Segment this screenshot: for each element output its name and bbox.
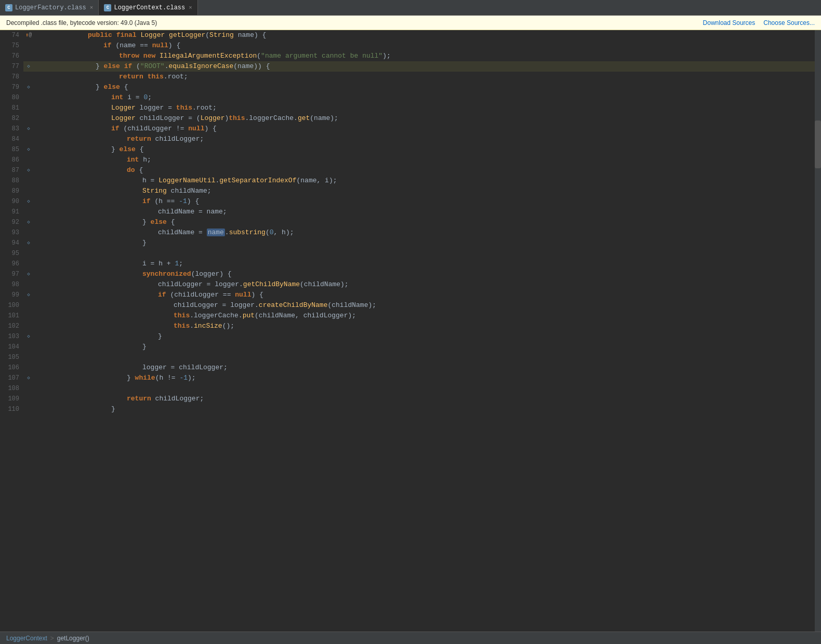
- line-gutter: [23, 279, 34, 290]
- line-number: 105: [0, 352, 23, 363]
- editor-area: 74 ⬆@ public final Logger getLogger(Stri…: [0, 30, 821, 632]
- table-row: 98 childLogger = logger.getChildByName(c…: [0, 279, 821, 290]
- breadcrumb-separator: >: [50, 635, 54, 642]
- notice-bar: Decompiled .class file, bytecode version…: [0, 16, 821, 30]
- table-row: 93 childName = name.substring(0, h);: [0, 227, 821, 238]
- table-row: 76 throw new IllegalArgumentException("n…: [0, 51, 821, 61]
- choose-sources-link[interactable]: Choose Sources...: [763, 19, 815, 26]
- line-gutter: [23, 321, 34, 331]
- breadcrumb-class[interactable]: LoggerContext: [6, 635, 47, 642]
- table-row: 79 ◇ } else {: [0, 82, 821, 92]
- line-code: childName = name;: [34, 207, 821, 217]
- line-gutter: [23, 363, 34, 373]
- download-sources-link[interactable]: Download Sources: [703, 19, 756, 26]
- line-gutter: [23, 186, 34, 196]
- code-content[interactable]: 74 ⬆@ public final Logger getLogger(Stri…: [0, 30, 821, 632]
- line-number: 79: [0, 82, 23, 92]
- line-code: String childName;: [34, 186, 821, 196]
- line-number: 101: [0, 311, 23, 321]
- table-row: 89 String childName;: [0, 186, 821, 196]
- line-number: 88: [0, 176, 23, 186]
- gutter-icon: ◇: [27, 124, 30, 134]
- line-code: logger = childLogger;: [34, 363, 821, 373]
- line-number: 91: [0, 207, 23, 217]
- scrollbar-thumb[interactable]: [815, 120, 821, 169]
- line-gutter: [23, 113, 34, 124]
- line-code: synchronized(logger) {: [34, 269, 821, 279]
- line-number: 104: [0, 342, 23, 352]
- line-gutter: ◇: [23, 165, 34, 176]
- line-gutter: [23, 394, 34, 404]
- line-code: [34, 383, 821, 394]
- line-gutter: [23, 383, 34, 394]
- line-gutter: [23, 311, 34, 321]
- line-gutter: ◇: [23, 217, 34, 227]
- line-code: Logger childLogger = (Logger)this.logger…: [34, 113, 821, 124]
- gutter-icon: ◇: [27, 238, 30, 248]
- table-row: 84 return childLogger;: [0, 134, 821, 144]
- breadcrumb-method: getLogger(): [57, 635, 89, 642]
- line-code: } else {: [34, 144, 821, 155]
- line-code: do {: [34, 165, 821, 176]
- line-code: } else if ("ROOT".equalsIgnoreCase(name)…: [34, 61, 821, 72]
- line-number: 86: [0, 155, 23, 165]
- at-icon: @: [29, 30, 32, 41]
- line-number: 106: [0, 363, 23, 373]
- table-row: 77 ◇ } else if ("ROOT".equalsIgnoreCase(…: [0, 61, 821, 72]
- table-row: 74 ⬆@ public final Logger getLogger(Stri…: [0, 30, 821, 41]
- line-code: childLogger = logger.createChildByName(c…: [34, 300, 821, 311]
- line-code: Logger logger = this.root;: [34, 103, 821, 113]
- gutter-icon: ◇: [27, 269, 30, 279]
- line-code: i = h + 1;: [34, 259, 821, 269]
- line-gutter: ◇: [23, 238, 34, 248]
- close-tab-factory[interactable]: ×: [90, 5, 94, 11]
- line-number: 80: [0, 92, 23, 103]
- tab-bar: C LoggerFactory.class × C LoggerContext.…: [0, 0, 821, 16]
- bookmark-icon: ⬆: [25, 30, 29, 41]
- line-code: int h;: [34, 155, 821, 165]
- line-code: childName = name.substring(0, h);: [34, 227, 821, 238]
- line-gutter: ◇: [23, 373, 34, 383]
- table-row: 85 ◇ } else {: [0, 144, 821, 155]
- line-code: return this.root;: [34, 72, 821, 82]
- scrollbar-vertical[interactable]: [815, 30, 821, 632]
- line-gutter: [23, 92, 34, 103]
- gutter-icon: ◇: [27, 61, 30, 72]
- tab-logger-factory[interactable]: C LoggerFactory.class ×: [0, 0, 99, 15]
- line-number: 97: [0, 269, 23, 279]
- line-gutter: [23, 404, 34, 414]
- line-gutter: [23, 259, 34, 269]
- table-row: 86 int h;: [0, 155, 821, 165]
- notice-text: Decompiled .class file, bytecode version…: [6, 19, 157, 26]
- line-number: 78: [0, 72, 23, 82]
- table-row: 102 this.incSize();: [0, 321, 821, 331]
- gutter-icon: ◇: [27, 331, 30, 342]
- line-gutter: ◇: [23, 331, 34, 342]
- line-number: 100: [0, 300, 23, 311]
- close-tab-context[interactable]: ×: [189, 5, 192, 11]
- line-code: childLogger = logger.getChildByName(chil…: [34, 279, 821, 290]
- table-row: 90 ◇ if (h == -1) {: [0, 196, 821, 207]
- table-row: 105: [0, 352, 821, 363]
- line-gutter: [23, 72, 34, 82]
- line-number: 85: [0, 144, 23, 155]
- line-number: 109: [0, 394, 23, 404]
- table-row: 81 Logger logger = this.root;: [0, 103, 821, 113]
- gutter-icon: ◇: [27, 144, 30, 155]
- table-row: 106 logger = childLogger;: [0, 363, 821, 373]
- line-code: this.incSize();: [34, 321, 821, 331]
- gutter-icon: ◇: [27, 82, 30, 92]
- line-code: }: [34, 342, 821, 352]
- tab-icon-context: C: [104, 4, 111, 11]
- tab-icon-factory: C: [5, 4, 12, 11]
- table-row: 78 return this.root;: [0, 72, 821, 82]
- line-code: }: [34, 404, 821, 414]
- tab-logger-context[interactable]: C LoggerContext.class ×: [99, 0, 197, 15]
- line-number: 93: [0, 227, 23, 238]
- line-gutter: [23, 176, 34, 186]
- line-code: }: [34, 331, 821, 342]
- line-gutter: ◇: [23, 290, 34, 300]
- line-number: 102: [0, 321, 23, 331]
- line-number: 76: [0, 51, 23, 61]
- line-number: 95: [0, 248, 23, 259]
